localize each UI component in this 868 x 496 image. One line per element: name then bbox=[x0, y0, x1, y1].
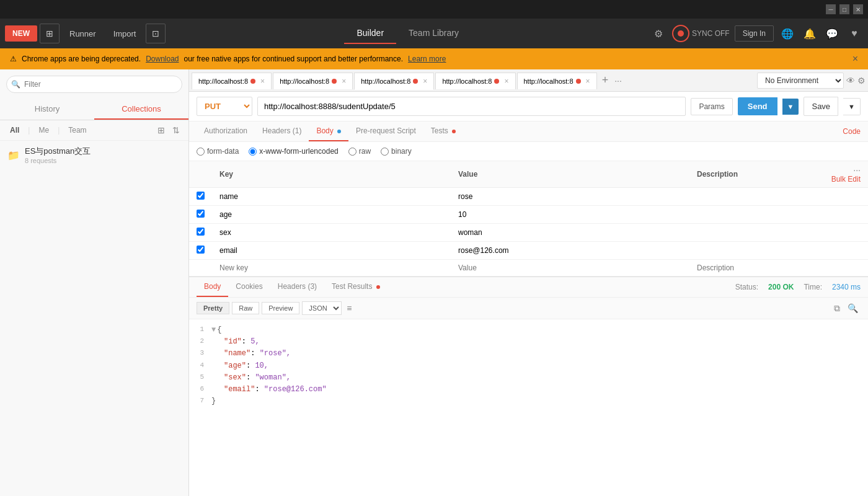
raw-button[interactable]: Raw bbox=[232, 302, 259, 314]
tab-close-5[interactable]: × bbox=[586, 77, 590, 86]
globe-icon-button[interactable]: 🌐 bbox=[779, 25, 796, 42]
env-eye-button[interactable]: 👁 bbox=[846, 76, 855, 86]
tab-dot-2 bbox=[332, 79, 337, 84]
minimize-button[interactable]: ─ bbox=[826, 4, 836, 14]
tab-team-library[interactable]: Team Library bbox=[396, 23, 471, 44]
time-label: Time: bbox=[804, 283, 822, 291]
sidebar-action-buttons: ⊞ ⇅ bbox=[155, 124, 182, 136]
tab-close-2[interactable]: × bbox=[342, 77, 346, 86]
sync-inner bbox=[678, 30, 684, 37]
banner-close-button[interactable]: × bbox=[852, 53, 858, 64]
code-link[interactable]: Code bbox=[843, 127, 861, 136]
filter-all-button[interactable]: All bbox=[6, 125, 23, 136]
status-value: 200 OK bbox=[768, 283, 794, 291]
table-row: email rose@126.com bbox=[189, 242, 868, 260]
sync-button[interactable]: SYNC OFF bbox=[672, 25, 730, 42]
url-input[interactable] bbox=[257, 97, 686, 116]
maximize-button[interactable]: □ bbox=[839, 4, 849, 14]
request-tab-3[interactable]: http://localhost:8 × bbox=[354, 73, 434, 90]
send-button[interactable]: Send bbox=[738, 97, 777, 115]
col-key-header: Key bbox=[212, 161, 451, 188]
sign-in-button[interactable]: Sign In bbox=[735, 25, 774, 42]
code-line: 7} bbox=[189, 396, 868, 407]
tab-builder[interactable]: Builder bbox=[344, 23, 396, 44]
request-tab-4[interactable]: http://localhost:8 × bbox=[435, 73, 515, 89]
preview-button[interactable]: Preview bbox=[262, 302, 299, 314]
filter-team-button[interactable]: Team bbox=[64, 125, 90, 136]
row-checkbox-0[interactable] bbox=[197, 192, 205, 200]
tab-tests[interactable]: Tests bbox=[423, 122, 463, 141]
binary-radio[interactable]: binary bbox=[381, 147, 412, 156]
environment-select[interactable]: No Environment bbox=[757, 73, 844, 89]
col-actions-header: ··· Bulk Edit bbox=[818, 161, 868, 188]
tab-close-4[interactable]: × bbox=[504, 77, 508, 86]
env-settings-button[interactable]: ⚙ bbox=[857, 76, 866, 86]
runner-button[interactable]: Runner bbox=[62, 25, 104, 42]
heart-icon-button[interactable]: ♥ bbox=[846, 25, 863, 42]
filter-me-button[interactable]: Me bbox=[35, 125, 53, 136]
row-value-2: woman bbox=[458, 228, 482, 237]
request-tab-5[interactable]: http://localhost:8 × bbox=[517, 73, 597, 89]
form-data-radio[interactable]: form-data bbox=[197, 147, 239, 156]
row-value-1: 10 bbox=[458, 210, 466, 219]
add-tab-button[interactable]: + bbox=[598, 74, 613, 87]
new-key-input[interactable] bbox=[219, 264, 443, 272]
row-checkbox-1[interactable] bbox=[197, 210, 205, 218]
copy-button[interactable]: ⧉ bbox=[831, 303, 843, 314]
tab-history[interactable]: History bbox=[0, 99, 94, 120]
tab-close-1[interactable]: × bbox=[260, 77, 265, 86]
resp-tab-body[interactable]: Body bbox=[197, 277, 228, 297]
save-button[interactable]: Save bbox=[804, 97, 838, 116]
new-desc-input[interactable] bbox=[697, 264, 861, 272]
layout-icon-button[interactable]: ⊞ bbox=[40, 24, 60, 43]
sort-button[interactable]: ⇅ bbox=[170, 124, 182, 136]
collection-item[interactable]: 📁 ES与postman交互 8 requests bbox=[0, 141, 188, 169]
urlencoded-radio[interactable]: x-www-form-urlencoded bbox=[249, 147, 338, 156]
row-checkbox-2[interactable] bbox=[197, 228, 205, 236]
row-checkbox-3[interactable] bbox=[197, 246, 205, 254]
import-button[interactable]: Import bbox=[106, 25, 144, 42]
pretty-button[interactable]: Pretty bbox=[197, 302, 229, 314]
tab-close-3[interactable]: × bbox=[423, 77, 427, 86]
close-button[interactable]: ✕ bbox=[853, 4, 863, 14]
chat-icon-button[interactable]: 💬 bbox=[823, 25, 841, 42]
resp-tab-cookies[interactable]: Cookies bbox=[228, 277, 270, 297]
resp-status-bar: Status: 200 OK Time: 2340 ms bbox=[735, 283, 861, 291]
tab-authorization[interactable]: Authorization bbox=[197, 122, 255, 141]
bell-icon-button[interactable]: 🔔 bbox=[801, 25, 818, 42]
new-button[interactable]: NEW bbox=[5, 25, 37, 42]
more-options-button[interactable]: ··· bbox=[853, 165, 861, 175]
tab-dot-4 bbox=[494, 79, 499, 84]
format-select[interactable]: JSON XML HTML bbox=[302, 301, 342, 315]
col-desc-header: Description bbox=[689, 161, 818, 188]
row-key-2: sex bbox=[219, 228, 231, 237]
settings-icon-button[interactable]: ⚙ bbox=[650, 25, 667, 42]
response-code-block: 1▼{2"id": 5,3"name": "rose",4"age": 10,5… bbox=[189, 319, 868, 496]
expand-arrow[interactable]: ▼ bbox=[211, 326, 216, 334]
test-results-dot bbox=[376, 285, 380, 289]
save-dropdown-button[interactable]: ▼ bbox=[843, 98, 861, 115]
params-button[interactable]: Params bbox=[691, 98, 732, 115]
new-collection-button[interactable]: ⊞ bbox=[155, 124, 167, 136]
bulk-edit-button[interactable]: Bulk Edit bbox=[831, 175, 861, 184]
request-tab-2[interactable]: http://localhost:8 × bbox=[273, 73, 353, 89]
tab-collections[interactable]: Collections bbox=[94, 99, 188, 120]
learn-more-link[interactable]: Learn more bbox=[408, 55, 446, 63]
new-value-input[interactable] bbox=[458, 264, 682, 272]
raw-radio[interactable]: raw bbox=[348, 147, 371, 156]
method-select[interactable]: PUT GET POST DELETE bbox=[197, 97, 252, 116]
wrap-lines-button[interactable]: ≡ bbox=[344, 303, 354, 313]
request-tab-1[interactable]: http://localhost:8 × bbox=[192, 73, 272, 89]
tab-body[interactable]: Body bbox=[309, 122, 348, 141]
send-dropdown-button[interactable]: ▼ bbox=[782, 99, 799, 115]
download-link[interactable]: Download bbox=[146, 55, 179, 63]
new-window-button[interactable]: ⊡ bbox=[146, 24, 166, 43]
tab-pre-request[interactable]: Pre-request Script bbox=[348, 122, 423, 141]
search-response-button[interactable]: 🔍 bbox=[845, 303, 861, 313]
tab-headers[interactable]: Headers (1) bbox=[255, 122, 309, 141]
title-bar: ─ □ ✕ bbox=[0, 0, 868, 19]
resp-tab-test-results[interactable]: Test Results bbox=[324, 277, 388, 297]
more-tabs-button[interactable]: ··· bbox=[612, 76, 624, 86]
search-input[interactable] bbox=[6, 76, 182, 93]
resp-tab-headers[interactable]: Headers (3) bbox=[270, 277, 324, 297]
